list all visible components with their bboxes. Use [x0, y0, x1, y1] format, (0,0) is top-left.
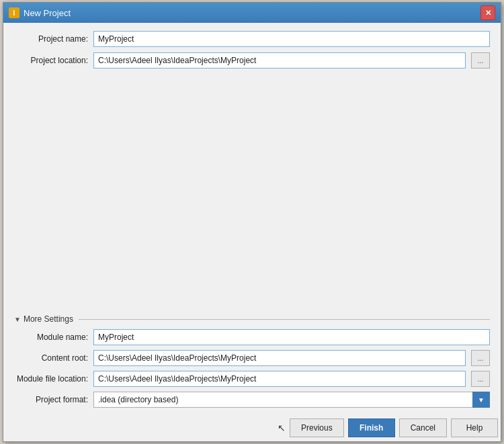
module-name-input[interactable]: [93, 329, 490, 345]
content-root-label: Content root:: [14, 353, 88, 363]
new-project-window: I New Project ✕ Project name: Project lo…: [3, 2, 501, 442]
module-file-location-input[interactable]: [93, 371, 466, 387]
more-settings-label: More Settings: [24, 314, 73, 324]
project-name-label: Project name:: [14, 34, 88, 44]
project-format-row: Project format: .idea (directory based) …: [14, 392, 490, 408]
content-root-input[interactable]: [93, 350, 466, 366]
help-button[interactable]: Help: [451, 418, 498, 437]
project-format-select-wrapper: .idea (directory based) ▼: [93, 392, 490, 408]
project-location-input[interactable]: [93, 52, 466, 69]
cancel-button[interactable]: Cancel: [399, 418, 447, 437]
module-file-location-browse-button[interactable]: ...: [471, 371, 490, 387]
footer: ↖ Previous Finish Cancel Help: [3, 413, 501, 441]
finish-button[interactable]: Finish: [348, 418, 395, 437]
window-title: New Project: [24, 8, 71, 18]
module-name-label: Module name:: [14, 332, 88, 342]
content-root-browse-button[interactable]: ...: [471, 350, 490, 366]
project-format-label: Project format:: [14, 395, 88, 404]
content-area: [14, 74, 490, 306]
window-body: Project name: Project location: ... ▼ Mo…: [3, 23, 501, 413]
module-file-location-label: Module file location:: [14, 374, 88, 384]
module-name-row: Module name:: [14, 329, 490, 345]
previous-button[interactable]: Previous: [290, 418, 344, 437]
project-name-input[interactable]: [93, 31, 490, 47]
project-name-row: Project name:: [14, 31, 490, 47]
title-bar-left: I New Project: [9, 7, 71, 18]
more-settings-toggle[interactable]: ▼ More Settings: [14, 314, 490, 324]
more-settings-divider: [79, 319, 490, 320]
app-icon: I: [9, 7, 19, 18]
more-settings-body: Module name: Content root: ... Module fi…: [14, 329, 490, 408]
cursor-indicator: ↖: [278, 423, 286, 433]
title-bar: I New Project ✕: [3, 3, 501, 23]
project-format-select[interactable]: .idea (directory based): [93, 392, 490, 408]
module-file-location-row: Module file location: ...: [14, 371, 490, 387]
project-location-row: Project location: ...: [14, 52, 490, 69]
more-settings-arrow-icon: ▼: [14, 316, 21, 323]
project-location-browse-button[interactable]: ...: [471, 52, 490, 69]
project-location-label: Project location:: [14, 56, 88, 65]
close-button[interactable]: ✕: [480, 5, 495, 20]
more-settings-section: ▼ More Settings Module name: Content roo…: [14, 314, 490, 408]
content-root-row: Content root: ...: [14, 350, 490, 366]
